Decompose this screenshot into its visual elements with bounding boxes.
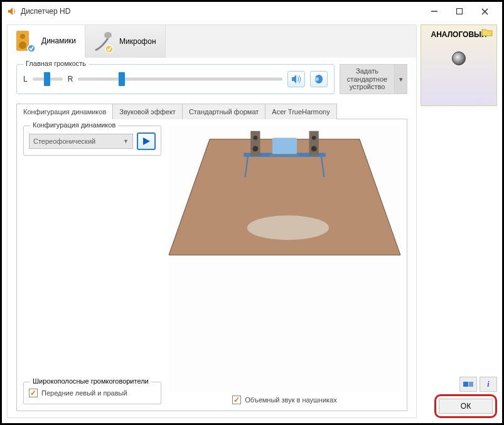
speaker-config-select[interactable]: Стереофонический ▼ (29, 134, 133, 149)
side-panel: АНАЛОГОВЫЙ i ОК (421, 24, 497, 418)
subtab-speaker-config[interactable]: Конфигурация динамиков (16, 104, 113, 119)
wideband-front-checkbox[interactable]: Передние левый и правый (29, 389, 156, 397)
svg-rect-21 (250, 131, 260, 156)
ok-button[interactable]: ОК (439, 399, 493, 414)
svg-rect-20 (270, 154, 300, 157)
svg-point-26 (311, 146, 317, 152)
speaker-config-group: Конфигурация динамиков Стереофонический … (23, 126, 161, 156)
balance-left-label: L (23, 75, 28, 83)
main-volume-group: Главная громкость L R (16, 64, 335, 94)
wideband-group: Широкополосные громкоговорители Передние… (23, 382, 161, 404)
info-icon: i (487, 380, 489, 389)
room-view: Объемный звук в наушниках (169, 126, 400, 404)
tab-microphone[interactable]: Микрофон (85, 25, 165, 58)
balance-slider[interactable] (33, 72, 63, 86)
ok-label: ОК (461, 402, 471, 411)
tab-speakers-label: Динамики (41, 36, 76, 45)
close-button[interactable] (472, 3, 497, 20)
microphone-icon (90, 29, 115, 54)
speaker-config-label: Конфигурация динамиков (30, 121, 118, 129)
svg-point-15 (247, 215, 329, 240)
tabpanel-speaker-config: Конфигурация динамиков Стереофонический … (16, 119, 407, 411)
ok-highlight: ОК (434, 394, 497, 418)
maximize-button[interactable] (447, 3, 472, 20)
subtab-sound-effect[interactable]: Звуковой эффект (112, 104, 183, 119)
subtabs: Конфигурация динамиков Звуковой эффект С… (16, 103, 407, 119)
svg-point-25 (312, 136, 316, 140)
svg-point-11 (315, 77, 319, 81)
analog-box: АНАЛОГОВЫЙ (421, 24, 497, 106)
default-device-label: Задать стандартное устройство (340, 65, 394, 94)
speaker-config-value: Стереофонический (33, 137, 95, 145)
main-volume-label: Главная громкость (23, 60, 88, 67)
volume-slider[interactable] (78, 72, 282, 86)
svg-rect-28 (469, 382, 473, 387)
main-panel: Динамики Микрофон Главная громкость (7, 24, 417, 418)
checkbox-icon (29, 389, 38, 397)
svg-rect-19 (272, 138, 297, 154)
checkbox-icon (232, 395, 241, 404)
wideband-front-label: Передние левый и правый (41, 389, 127, 397)
window-title: Диспетчер HD (21, 7, 422, 16)
headphone-virtual-checkbox[interactable]: Объемный звук в наушниках (232, 395, 336, 404)
wideband-title: Широкополосные громкоговорители (30, 377, 151, 385)
speakers-icon (13, 28, 38, 53)
settings-button[interactable] (310, 71, 328, 87)
svg-point-8 (104, 32, 112, 38)
balance-right-label: R (68, 75, 73, 83)
svg-point-22 (254, 136, 258, 140)
tab-speakers[interactable]: Динамики (8, 25, 85, 58)
svg-rect-24 (309, 131, 319, 156)
svg-point-23 (252, 146, 258, 152)
tab-microphone-label: Микрофон (119, 37, 156, 46)
chevron-down-icon: ▾ (394, 65, 407, 94)
play-button[interactable] (137, 132, 156, 150)
titlebar: Диспетчер HD (2, 2, 502, 21)
analog-jack[interactable] (452, 51, 466, 65)
speaker-icon (7, 6, 17, 16)
svg-point-5 (20, 34, 25, 39)
room-scene (169, 126, 400, 392)
folder-icon[interactable] (481, 28, 493, 36)
subtab-trueharmony[interactable]: Acer TrueHarmony (265, 104, 336, 119)
default-device-button[interactable]: Задать стандартное устройство ▾ (340, 64, 407, 94)
tool-button-1[interactable] (459, 377, 477, 392)
headphone-virtual-label: Объемный звук в наушниках (245, 396, 336, 404)
svg-marker-12 (143, 137, 150, 145)
svg-rect-1 (457, 9, 463, 14)
subtab-default-format[interactable]: Стандартный формат (182, 104, 265, 119)
mute-button[interactable] (287, 71, 305, 87)
minimize-button[interactable] (422, 3, 447, 20)
info-button[interactable]: i (480, 377, 497, 392)
chevron-down-icon: ▼ (123, 138, 129, 144)
svg-rect-27 (463, 382, 468, 387)
svg-point-6 (19, 41, 26, 49)
device-tabs: Динамики Микрофон (8, 25, 416, 58)
